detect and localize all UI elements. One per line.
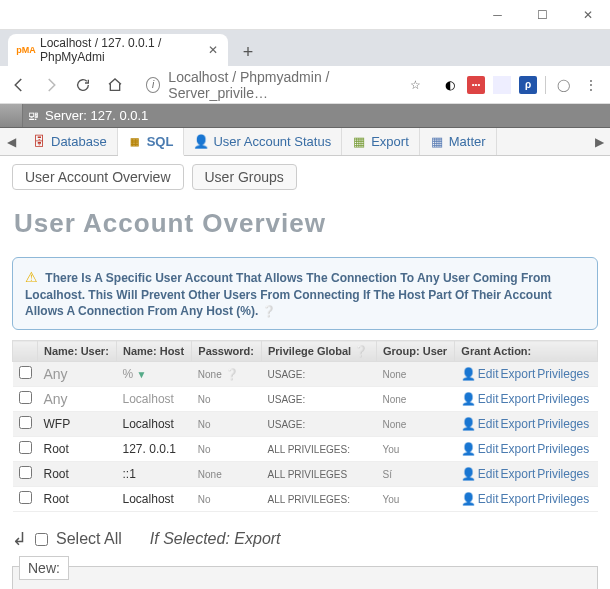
row-actions: 👤Edit Export Privileges [461,417,592,431]
privileges-link[interactable]: Privileges [537,467,589,481]
extension-icon-2[interactable]: ••• [467,76,485,94]
cell-user: Root [38,437,117,462]
row-checkbox[interactable] [19,491,32,504]
cell-group: Sí [376,462,454,487]
tab-database[interactable]: 🗄 Database [22,128,118,155]
profile-icon[interactable]: ◯ [554,76,572,94]
cell-host: 127. 0.0.1 [117,437,192,462]
export-icon: ▦ [352,135,366,149]
hook-arrow-icon: ↳ [12,528,27,550]
col-host[interactable]: Name: Host [117,341,192,362]
address-bar[interactable]: i Localhost / Phpmyadmin / Server_privil… [136,71,431,99]
bookmark-star-icon[interactable]: ☆ [410,78,421,92]
tab-scroll-left[interactable]: ◀ [0,128,22,155]
extension-icon-4[interactable]: ρ [519,76,537,94]
server-bar: 🖳 Server: 127. 0.0.1 [0,104,610,128]
edit-user-icon: 👤 [461,467,476,481]
col-pass[interactable]: Password: [192,341,262,362]
url-text: Localhost / Phpmyadmin / Server_privile… [168,69,402,101]
subtab-groups[interactable]: User Groups [192,164,297,190]
back-button[interactable] [8,74,30,96]
cell-host: Localhost [117,387,192,412]
row-checkbox[interactable] [19,441,32,454]
row-checkbox[interactable] [19,366,32,379]
favicon-icon: pMA [18,42,34,58]
warning-notice: ⚠ There Is A Specific User Account That … [12,257,598,330]
edit-link[interactable]: Edit [478,442,499,456]
col-action[interactable]: Grant Action: [455,341,598,362]
export-link[interactable]: Export [501,467,536,481]
new-tab-button[interactable]: + [234,38,262,66]
tab-matter[interactable]: ▦ Matter [420,128,497,155]
export-link[interactable]: Export [501,442,536,456]
window-titlebar: ─ ☐ ✕ [0,0,610,30]
col-priv[interactable]: Privilege Global ❔ [262,341,377,362]
privileges-link[interactable]: Privileges [537,492,589,506]
user-icon: 👤 [194,135,208,149]
row-checkbox[interactable] [19,391,32,404]
table-row: AnyLocalhostNoUSAGE:None👤Edit Export Pri… [13,387,598,412]
privileges-link[interactable]: Privileges [537,442,589,456]
sql-icon: ▦ [128,134,142,148]
edit-link[interactable]: Edit [478,492,499,506]
browser-menu-button[interactable]: ⋮ [580,74,602,96]
help-priv-icon[interactable]: ❔ [354,345,368,357]
window-maximize-button[interactable]: ☐ [520,0,565,30]
cell-host: Localhost [117,412,192,437]
select-all-checkbox[interactable] [35,533,48,546]
row-checkbox[interactable] [19,416,32,429]
edit-link[interactable]: Edit [478,392,499,406]
tab-user-status[interactable]: 👤 User Account Status [184,128,342,155]
extension-icon-3[interactable] [493,76,511,94]
subtab-overview[interactable]: User Account Overview [12,164,184,190]
cell-group: None [376,412,454,437]
server-label: Server: 127. 0.0.1 [45,108,148,123]
privileges-link[interactable]: Privileges [537,417,589,431]
row-actions: 👤Edit Export Privileges [461,442,592,456]
export-link[interactable]: Export [501,417,536,431]
edit-link[interactable]: Edit [478,467,499,481]
export-link[interactable]: Export [501,492,536,506]
window-minimize-button[interactable]: ─ [475,0,520,30]
warning-icon: ⚠ [25,269,38,285]
cell-group: You [376,487,454,512]
window-close-button[interactable]: ✕ [565,0,610,30]
tab-scroll-right[interactable]: ▶ [588,128,610,155]
row-checkbox[interactable] [19,466,32,479]
cell-user: WFP [38,412,117,437]
cell-priv: ALL PRIVILEGES: [262,487,377,512]
edit-link[interactable]: Edit [478,367,499,381]
export-link[interactable]: Export [501,367,536,381]
export-link[interactable]: Export [501,392,536,406]
browser-tab-active[interactable]: pMA Localhost / 127. 0.0.1 / PhpMyAdmi ✕ [8,34,228,66]
privileges-link[interactable]: Privileges [537,367,589,381]
edit-link[interactable]: Edit [478,417,499,431]
cell-pass: No [192,387,262,412]
if-selected-label: If Selected: Export [150,530,281,548]
cell-host: ::1 [117,462,192,487]
privileges-link[interactable]: Privileges [537,392,589,406]
select-all-label: Select All [56,530,122,548]
site-info-icon[interactable]: i [146,77,160,93]
table-row: Any% ▼None ❔USAGE:None👤Edit Export Privi… [13,362,598,387]
cell-pass: No [192,437,262,462]
tab-export[interactable]: ▦ Export [342,128,420,155]
home-button[interactable] [104,74,126,96]
table-row: WFPLocalhostNoUSAGE:None👤Edit Export Pri… [13,412,598,437]
edit-user-icon: 👤 [461,417,476,431]
extension-icon-1[interactable]: ◐ [441,76,459,94]
cell-priv: USAGE: [262,412,377,437]
col-group[interactable]: Group: User [376,341,454,362]
cell-group: None [376,362,454,387]
forward-button[interactable] [40,74,62,96]
cell-priv: USAGE: [262,387,377,412]
table-row: RootLocalhostNoALL PRIVILEGES:You👤Edit E… [13,487,598,512]
cell-priv: USAGE: [262,362,377,387]
tab-close-button[interactable]: ✕ [208,43,218,57]
reload-button[interactable] [72,74,94,96]
tab-title: Localhost / 127. 0.0.1 / PhpMyAdmi [40,36,194,64]
help-icon[interactable]: ❔ [262,305,276,317]
tab-sql[interactable]: ▦ SQL [118,128,185,156]
cell-user: Root [38,487,117,512]
col-user[interactable]: Name: User: [38,341,117,362]
